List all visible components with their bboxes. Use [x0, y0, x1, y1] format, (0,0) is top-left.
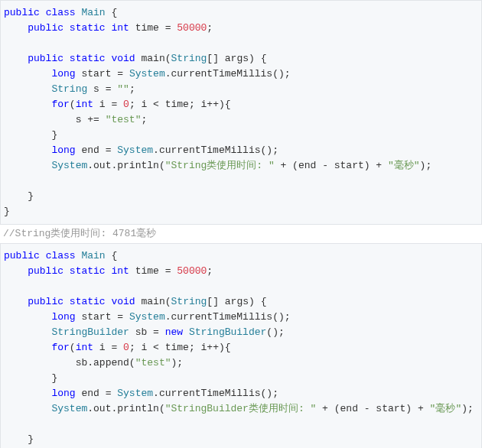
eq: = — [159, 22, 177, 34]
kw-static: static — [70, 296, 106, 307]
brace-open: { — [225, 342, 231, 353]
lparen: ( — [70, 342, 76, 353]
lparen: ( — [129, 357, 135, 368]
eq: = — [106, 342, 123, 353]
lparen: ( — [272, 311, 278, 323]
str-label1: "String类使用时间: " — [165, 160, 275, 171]
rparen: ) — [405, 403, 412, 414]
semi: ; — [129, 83, 135, 95]
semi: ; — [278, 326, 285, 338]
minus: - — [358, 403, 376, 414]
eq: = — [111, 68, 129, 80]
id-time: time — [165, 342, 189, 353]
lbrack: [ — [207, 296, 213, 307]
lparen: ( — [272, 68, 278, 80]
kw-int: int — [111, 22, 129, 34]
kw-static: static — [70, 53, 106, 64]
brace-close: } — [28, 433, 34, 445]
brace-close: } — [28, 190, 34, 202]
type-string: String — [171, 53, 207, 64]
eq: = — [99, 144, 117, 156]
kw-void: void — [111, 296, 135, 307]
kw-public: public — [28, 22, 64, 34]
id-append: append — [93, 357, 129, 368]
semisp: ; — [129, 342, 142, 353]
eq: = — [99, 83, 117, 95]
eq: = — [159, 265, 177, 277]
id-out: out — [93, 160, 111, 171]
str-ms: "毫秒" — [430, 403, 462, 414]
inc: ++ — [207, 342, 219, 353]
type-string: String — [171, 296, 207, 307]
kw-new: new — [165, 326, 183, 338]
dot: . — [87, 357, 93, 368]
comment-output-1: //String类使用时间: 4781毫秒 — [0, 225, 482, 243]
num-50000: 50000 — [177, 265, 207, 277]
id-end: end — [340, 403, 358, 414]
rbrack: ] — [213, 296, 219, 307]
id-args: args — [225, 53, 249, 64]
semi: ; — [467, 403, 474, 414]
brace-open: { — [111, 7, 117, 18]
type-system: System — [117, 388, 153, 399]
rparen: ) — [249, 53, 255, 64]
num-0: 0 — [123, 99, 129, 110]
id-s: s — [93, 83, 99, 95]
kw-static: static — [70, 22, 106, 34]
semisp: ; — [189, 342, 201, 353]
kw-public: public — [4, 250, 40, 261]
kw-public: public — [28, 296, 64, 307]
rparen: ) — [272, 326, 278, 338]
str-test: "test" — [135, 357, 171, 368]
str-empty: "" — [117, 83, 129, 95]
kw-int: int — [76, 342, 93, 353]
type-stringbuilder: StringBuilder — [51, 326, 129, 338]
brace-close: } — [4, 206, 10, 217]
id-time: time — [135, 22, 159, 34]
id-ctm: currentTimeMillis — [171, 311, 273, 323]
id-main: main — [142, 296, 165, 307]
brace-close: } — [51, 129, 57, 141]
type-main: Main — [81, 250, 105, 261]
type-system: System — [117, 144, 153, 156]
semi: ; — [272, 144, 278, 156]
id-main: main — [142, 53, 165, 64]
kw-for: for — [51, 99, 69, 110]
lparen: ( — [292, 160, 298, 171]
kw-long: long — [51, 311, 75, 323]
brace-open: { — [261, 53, 267, 64]
lparen: ( — [266, 326, 272, 338]
kw-class: class — [46, 7, 76, 18]
id-ctm: currentTimeMillis — [159, 388, 261, 399]
kw-for: for — [51, 342, 69, 353]
semi: ; — [141, 114, 147, 125]
minus: - — [316, 160, 334, 171]
kw-int: int — [76, 99, 93, 110]
semi: ; — [207, 22, 213, 34]
dot: . — [165, 68, 171, 80]
rparen: ) — [461, 403, 467, 414]
dot: . — [87, 403, 93, 414]
kw-class: class — [46, 250, 76, 261]
rparen: ) — [266, 144, 272, 156]
code-block-2: public class Main { public static int ti… — [0, 243, 482, 448]
id-start: start — [334, 160, 364, 171]
id-end: end — [81, 388, 99, 399]
kw-public: public — [4, 7, 40, 18]
eq: = — [147, 326, 164, 338]
semi: ; — [425, 160, 432, 171]
lparen: ( — [165, 53, 171, 64]
brace-open: { — [111, 250, 117, 261]
kw-long: long — [51, 68, 75, 80]
code-block-1: public class Main { public static int ti… — [0, 0, 482, 225]
id-time: time — [165, 99, 189, 110]
brace-open: { — [261, 296, 267, 307]
id-start: start — [81, 68, 111, 80]
eq: = — [111, 311, 129, 323]
num-0: 0 — [123, 342, 129, 353]
rparen: ) — [249, 296, 255, 307]
type-system: System — [51, 403, 87, 414]
lparen: ( — [159, 160, 165, 171]
str-test: "test" — [106, 114, 142, 125]
id-end: end — [81, 144, 99, 156]
